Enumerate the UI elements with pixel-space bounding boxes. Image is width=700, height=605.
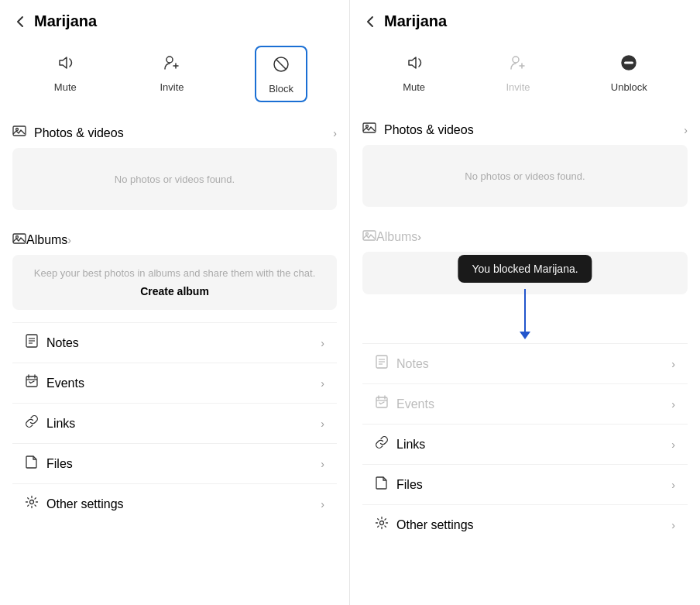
right-actions-row: Mute Invite Unblock — [350, 36, 700, 112]
right-invite-button: Invite — [493, 46, 542, 99]
right-notes-row: Notes › — [362, 344, 688, 383]
right-invite-icon — [507, 52, 529, 77]
right-links-row[interactable]: Links › — [362, 425, 688, 464]
right-links-label: Links — [396, 438, 671, 452]
left-mute-button[interactable]: Mute — [42, 46, 89, 102]
right-photos-placeholder: No photos or videos found. — [362, 145, 688, 207]
right-photos-section: Photos & videos › No photos or videos fo… — [350, 112, 700, 219]
left-invite-label: Invite — [160, 81, 184, 93]
create-album-button[interactable]: Create album — [25, 285, 324, 297]
invite-icon — [161, 52, 183, 77]
right-files-row[interactable]: Files › — [362, 465, 688, 504]
left-photos-header[interactable]: Photos & videos › — [12, 115, 337, 148]
svg-point-16 — [513, 57, 519, 63]
right-settings-row[interactable]: Other settings › — [362, 505, 688, 545]
left-actions-row: Mute Invite Block — [0, 36, 349, 115]
right-notes-label: Notes — [396, 357, 671, 371]
mute-icon — [54, 52, 76, 77]
right-header: Marijana — [350, 0, 700, 36]
left-photos-label: Photos & videos — [34, 126, 333, 140]
right-settings-chevron: › — [671, 519, 675, 531]
right-albums-icon — [362, 229, 376, 246]
svg-point-15 — [30, 500, 34, 504]
settings-chevron: › — [321, 498, 324, 510]
right-albums-chevron: › — [417, 231, 421, 243]
left-albums-header[interactable]: Albums › — [12, 222, 337, 255]
left-notes-label: Notes — [46, 336, 321, 350]
left-settings-row[interactable]: Other settings › — [12, 484, 337, 524]
left-header: Marijana — [0, 0, 349, 36]
left-mute-label: Mute — [54, 81, 77, 93]
right-notes-chevron: › — [671, 358, 675, 370]
left-events-label: Events — [46, 376, 321, 390]
svg-rect-19 — [363, 123, 376, 132]
svg-rect-27 — [376, 397, 387, 407]
notes-chevron: › — [321, 337, 324, 349]
right-photos-chevron: › — [684, 124, 688, 136]
svg-point-22 — [366, 233, 369, 235]
settings-icon — [25, 495, 39, 513]
left-links-row[interactable]: Links › — [12, 404, 337, 443]
left-photos-empty: No photos or videos found. — [115, 174, 235, 185]
photos-chevron: › — [333, 127, 337, 139]
albums-icon — [12, 232, 26, 249]
svg-point-6 — [16, 236, 19, 239]
left-notes-row[interactable]: Notes › — [12, 323, 337, 363]
right-links-chevron: › — [671, 438, 675, 451]
files-chevron: › — [321, 458, 324, 470]
left-back-button[interactable] — [12, 14, 28, 29]
left-albums-desc: Keep your best photos in albums and shar… — [25, 267, 324, 279]
right-title: Marijana — [384, 12, 447, 30]
right-events-icon — [375, 395, 389, 413]
files-icon — [25, 455, 39, 473]
left-title: Marijana — [34, 12, 97, 30]
left-albums-label: Albums — [26, 233, 67, 247]
right-files-label: Files — [396, 478, 671, 492]
right-settings-icon — [375, 516, 389, 534]
svg-point-4 — [16, 129, 19, 131]
left-block-button[interactable]: Block — [255, 46, 307, 102]
right-events-row: Events › — [362, 384, 688, 424]
right-albums-section: Albums › Keep your b You blocked Marijan… — [350, 219, 700, 343]
notes-icon — [25, 334, 39, 352]
left-files-row[interactable]: Files › — [12, 444, 337, 483]
svg-point-31 — [380, 521, 384, 525]
right-events-chevron: › — [671, 398, 675, 411]
right-unblock-label: Unblock — [611, 81, 647, 93]
links-chevron: › — [321, 418, 324, 430]
tooltip-area: Keep your b You blocked Marijana. — [362, 252, 688, 337]
right-albums-header[interactable]: Albums › — [362, 219, 688, 252]
right-events-label: Events — [396, 397, 671, 411]
left-links-label: Links — [46, 417, 321, 431]
svg-point-20 — [366, 125, 369, 128]
unblock-icon — [618, 52, 640, 77]
right-mute-label: Mute — [403, 81, 425, 93]
blocked-tooltip: You blocked Marijana. — [458, 255, 592, 283]
svg-rect-11 — [26, 376, 37, 387]
left-block-label: Block — [269, 83, 293, 95]
photos-icon — [12, 124, 26, 142]
left-menu-list: Notes › Events › — [0, 322, 349, 524]
right-mute-icon — [403, 52, 425, 77]
left-photos-section: Photos & videos › No photos or videos fo… — [0, 115, 349, 222]
right-files-icon — [375, 476, 389, 493]
albums-chevron: › — [67, 234, 71, 246]
left-settings-label: Other settings — [46, 497, 321, 511]
right-menu-list: Notes › Events › — [350, 343, 700, 545]
right-back-button[interactable] — [362, 14, 378, 29]
right-photos-icon — [362, 121, 376, 139]
left-invite-button[interactable]: Invite — [148, 46, 197, 102]
left-events-row[interactable]: Events › — [12, 363, 337, 403]
right-invite-label: Invite — [506, 81, 530, 93]
left-photos-placeholder: No photos or videos found. — [12, 148, 337, 210]
svg-point-0 — [166, 57, 173, 63]
right-mute-button[interactable]: Mute — [390, 46, 438, 99]
right-notes-icon — [375, 355, 389, 373]
right-photos-header[interactable]: Photos & videos › — [362, 112, 688, 145]
events-chevron: › — [321, 377, 324, 390]
left-albums-section: Albums › Keep your best photos in albums… — [0, 222, 349, 322]
svg-rect-5 — [13, 234, 26, 243]
links-icon — [25, 414, 39, 432]
tooltip-arrow-line — [524, 289, 526, 332]
right-unblock-button[interactable]: Unblock — [599, 46, 660, 99]
